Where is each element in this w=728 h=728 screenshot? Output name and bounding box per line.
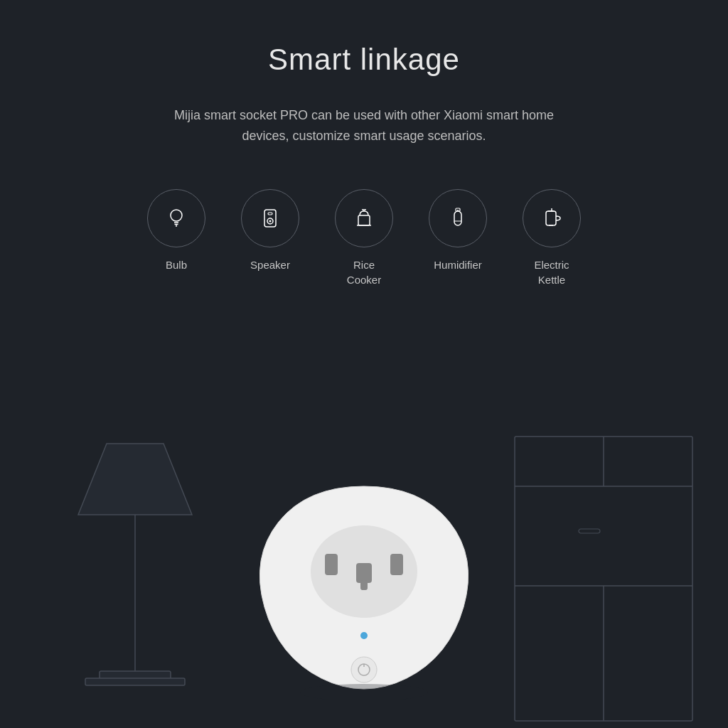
svg-rect-16 xyxy=(546,211,556,225)
device-circle-speaker xyxy=(241,189,299,247)
svg-point-0 xyxy=(171,210,182,221)
svg-rect-8 xyxy=(358,215,370,225)
device-item-rice-cooker: RiceCooker xyxy=(335,189,393,287)
page-container: Smart linkage Mijia smart socket PRO can… xyxy=(0,0,728,728)
svg-point-39 xyxy=(300,684,428,700)
device-label-electric-kettle: ElectricKettle xyxy=(534,257,569,287)
electric-kettle-icon xyxy=(539,205,564,231)
device-item-electric-kettle: ElectricKettle xyxy=(523,189,581,287)
svg-point-36 xyxy=(351,657,377,682)
svg-rect-23 xyxy=(85,678,185,685)
svg-rect-31 xyxy=(325,554,338,575)
svg-rect-12 xyxy=(454,211,461,225)
speaker-icon xyxy=(257,205,283,231)
cabinet-illustration xyxy=(500,422,707,728)
device-label-rice-cooker: RiceCooker xyxy=(347,257,381,287)
device-circle-electric-kettle xyxy=(523,189,581,247)
svg-rect-33 xyxy=(356,563,372,583)
device-label-bulb: Bulb xyxy=(166,257,187,272)
subtitle-text: Mijia smart socket PRO can be used with … xyxy=(158,105,570,146)
svg-marker-20 xyxy=(78,444,192,515)
device-label-speaker: Speaker xyxy=(250,257,290,272)
device-item-bulb: Bulb xyxy=(147,189,205,272)
devices-row: Bulb Speaker xyxy=(147,189,581,287)
device-circle-rice-cooker xyxy=(335,189,393,247)
bulb-icon xyxy=(164,205,189,231)
smart-plug-illustration xyxy=(257,479,471,700)
device-item-humidifier: Humidifier xyxy=(429,189,487,272)
page-title: Smart linkage xyxy=(268,43,460,77)
subtitle-section: Mijia smart socket PRO can be used with … xyxy=(158,105,570,146)
humidifier-icon xyxy=(445,205,471,231)
device-circle-humidifier xyxy=(429,189,487,247)
illustration-area xyxy=(0,380,728,728)
device-item-speaker: Speaker xyxy=(241,189,299,272)
device-label-humidifier: Humidifier xyxy=(434,257,482,272)
device-circle-bulb xyxy=(147,189,205,247)
rice-cooker-icon xyxy=(351,205,377,231)
svg-point-35 xyxy=(360,632,368,639)
smart-plug-svg xyxy=(257,479,471,700)
svg-point-6 xyxy=(269,220,272,222)
svg-rect-32 xyxy=(390,554,403,575)
svg-rect-7 xyxy=(268,213,272,215)
lamp-illustration xyxy=(57,401,213,728)
title-section: Smart linkage xyxy=(268,43,460,77)
svg-rect-29 xyxy=(579,529,600,533)
svg-rect-34 xyxy=(360,580,368,590)
